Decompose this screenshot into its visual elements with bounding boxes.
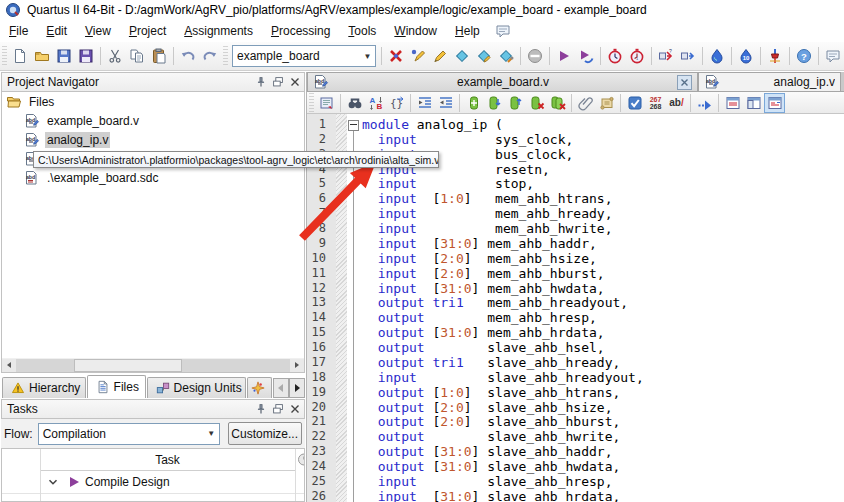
close-button[interactable]	[287, 402, 302, 416]
redo-button[interactable]	[199, 45, 221, 67]
tab-label: Design Units	[174, 381, 242, 395]
menu-project[interactable]: Project	[120, 21, 175, 41]
layout-1-button[interactable]	[722, 93, 743, 113]
bm-next-button[interactable]	[484, 93, 505, 113]
menu-help[interactable]: Help	[446, 21, 489, 41]
stopwatch-button[interactable]	[604, 45, 626, 67]
open-folder-button[interactable]	[31, 45, 53, 67]
play-edit-button[interactable]	[575, 45, 597, 67]
navigator-horizontal-scrollbar[interactable]	[1, 358, 305, 373]
menu-edit[interactable]: Edit	[37, 21, 76, 41]
tab-scroll-right-button[interactable]	[289, 378, 305, 398]
tab-scroll-left-button[interactable]	[273, 378, 289, 398]
floppy-purple-icon	[78, 48, 94, 64]
flow-combobox-value: Compilation	[39, 427, 204, 441]
pin-red-icon	[767, 48, 783, 64]
drop-10-button[interactable]: 10	[735, 45, 757, 67]
counter-button[interactable]: 267268	[645, 93, 666, 113]
task-column-header[interactable]: Task	[40, 449, 295, 471]
paste-button[interactable]	[148, 45, 170, 67]
project-combobox[interactable]: example_board ▼	[232, 45, 376, 67]
scrollbar-thumb[interactable]	[74, 359, 182, 372]
floppy-purple-button[interactable]	[75, 45, 97, 67]
svg-text:abd: abd	[26, 173, 35, 179]
tab-design-units[interactable]: Design Units	[147, 377, 246, 398]
diamond-button[interactable]	[451, 45, 473, 67]
toolbar-separator	[173, 47, 174, 65]
file-sdc-icon: abd	[24, 170, 40, 186]
editor-tab-analog_ip.v[interactable]: abdanalog_ip.v	[698, 72, 841, 91]
menu-processing[interactable]: Processing	[262, 21, 339, 41]
balloon-button[interactable]	[822, 45, 844, 67]
menu-assignments[interactable]: Assignments	[175, 21, 262, 41]
ab-slash-button[interactable]: ab/	[666, 93, 687, 113]
bm-delall-button[interactable]	[547, 93, 568, 113]
chevron-down-icon[interactable]: ▼	[360, 52, 375, 61]
line-number: 5	[307, 176, 326, 190]
layout-3-button[interactable]	[764, 93, 785, 113]
scroll-button[interactable]	[596, 93, 617, 113]
scroll-right-button[interactable]	[290, 359, 304, 372]
tree-item-analog_ip.v[interactable]: abdanalog_ip.v	[2, 130, 304, 149]
scrollbar-track[interactable]	[16, 359, 290, 372]
menu-view[interactable]: View	[76, 21, 120, 41]
pencil-button[interactable]	[429, 45, 451, 67]
stopwatch2-button[interactable]: 1	[626, 45, 648, 67]
bm-del-button[interactable]	[526, 93, 547, 113]
pin-button[interactable]	[253, 402, 268, 416]
netlist-in-button[interactable]: ?	[655, 45, 677, 67]
binoculars-button[interactable]	[344, 93, 365, 113]
bm-new-button[interactable]	[463, 93, 484, 113]
check-doc-button[interactable]	[624, 93, 645, 113]
drop-button[interactable]	[706, 45, 728, 67]
pin-button[interactable]	[253, 75, 268, 89]
menu-file[interactable]: File	[0, 21, 37, 41]
tab-hierarchy[interactable]: Hierarchy	[2, 377, 86, 398]
feedback-balloon-icon[interactable]	[495, 23, 511, 39]
float-button[interactable]	[270, 402, 285, 416]
undo-button[interactable]	[177, 45, 199, 67]
copy-button[interactable]	[126, 45, 148, 67]
cut-button[interactable]	[104, 45, 126, 67]
x-red-button[interactable]	[385, 45, 407, 67]
code-editor[interactable]: 1234567891011121314151617181920212223242…	[307, 114, 844, 502]
menu-tools[interactable]: Tools	[339, 21, 385, 41]
new-doc-button[interactable]	[9, 45, 31, 67]
tab-more[interactable]	[247, 377, 272, 398]
tab-close-icon[interactable]	[677, 75, 692, 90]
pencil-spark-button[interactable]	[407, 45, 429, 67]
diamond-tools-button[interactable]	[495, 45, 517, 67]
toolbar-separator	[620, 94, 621, 112]
netlist-out-button[interactable]	[677, 45, 699, 67]
expand-chevron-icon[interactable]	[46, 475, 60, 489]
pin-red-button[interactable]	[764, 45, 786, 67]
scroll-left-button[interactable]	[2, 359, 16, 372]
menu-window[interactable]: Window	[385, 21, 446, 41]
bm-prev-button[interactable]	[505, 93, 526, 113]
stop-sign-button[interactable]	[524, 45, 546, 67]
indent-inc-button[interactable]	[414, 93, 435, 113]
tree-item-example_board.sdc[interactable]: abd.\example_board.sdc	[2, 168, 304, 187]
flow-arrow-button[interactable]	[694, 93, 715, 113]
layout-2-button[interactable]	[743, 93, 764, 113]
brace-button[interactable]: {}	[386, 93, 407, 113]
tab-files[interactable]: Files	[87, 375, 146, 398]
play-purple-button[interactable]	[553, 45, 575, 67]
ab-replace-button[interactable]: AB	[365, 93, 386, 113]
floppy-blue-button[interactable]	[53, 45, 75, 67]
indent-dec-button[interactable]	[435, 93, 456, 113]
tree-item-Files[interactable]: Files	[2, 92, 304, 111]
help-button[interactable]: ?	[793, 45, 815, 67]
diamond-pencil-button[interactable]	[473, 45, 495, 67]
tree-item-example_board.v[interactable]: abdexample_board.v	[2, 111, 304, 130]
editor-tab-example_board.v[interactable]: abdexample_board.v	[307, 72, 698, 91]
chevron-down-icon[interactable]: ▼	[204, 429, 219, 438]
fold-collapse-icon[interactable]	[348, 120, 359, 131]
customize-button[interactable]: Customize...	[228, 422, 302, 445]
doc-export-button[interactable]	[316, 93, 337, 113]
float-button[interactable]	[270, 75, 285, 89]
attach-button[interactable]	[575, 93, 596, 113]
close-button[interactable]	[287, 75, 302, 89]
flow-combobox[interactable]: Compilation ▼	[38, 423, 220, 445]
task-row-compile-design[interactable]: Compile Design	[2, 471, 304, 494]
